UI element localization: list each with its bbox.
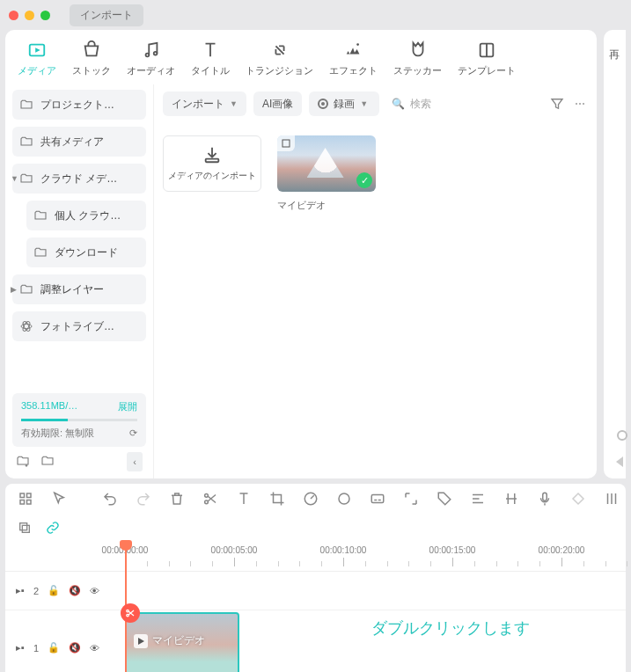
svg-rect-20 (371, 494, 384, 502)
mixer-icon[interactable] (604, 491, 620, 509)
sidebar-item-cloud[interactable]: ▼ クラウド メデ… (12, 164, 146, 194)
new-bin-icon[interactable] (40, 454, 55, 471)
track-row[interactable]: ▸▪ 2 🔓 🔇 👁 (5, 572, 626, 610)
tab-sticker[interactable]: ステッカー (386, 37, 449, 84)
import-menu-button[interactable]: インポート (70, 4, 143, 26)
caret-down-icon: ▼ (11, 174, 18, 183)
mute-icon[interactable]: 🔇 (69, 642, 81, 654)
tab-transition[interactable]: トランジション (238, 37, 320, 84)
sidebar-item-shared[interactable]: 共有メディア (12, 127, 146, 157)
sidebar-item-download[interactable]: ダウンロード (26, 237, 146, 267)
pointer-icon[interactable] (51, 491, 67, 509)
search-placeholder: 検索 (410, 97, 431, 112)
tab-label: オーディオ (127, 64, 175, 77)
svg-rect-12 (20, 493, 25, 498)
ruler-time-label: 00:00:10:00 (320, 545, 367, 555)
svg-point-3 (153, 52, 157, 55)
sidebar-item-label: フォトライブ… (40, 319, 139, 334)
svg-point-2 (145, 54, 149, 57)
tag-icon[interactable] (437, 491, 452, 509)
more-icon[interactable]: ⋯ (572, 96, 588, 112)
lock-icon[interactable]: 🔓 (48, 585, 60, 596)
expand-left-icon[interactable] (616, 457, 623, 467)
sidebar-item-label: クラウド メデ… (40, 172, 139, 186)
stock-icon (82, 40, 101, 60)
timeline-clip[interactable]: マイビデオ (125, 612, 239, 672)
maximize-window-icon[interactable] (40, 11, 50, 20)
minimize-window-icon[interactable] (25, 11, 34, 20)
sidebar-item-label: プロジェクト… (40, 98, 139, 113)
speed-icon[interactable] (303, 491, 319, 509)
sidebar-item-personal-cloud[interactable]: 個人 クラウ… (26, 201, 146, 230)
copy-track-icon[interactable] (18, 521, 32, 537)
lock-icon[interactable]: 🔓 (48, 642, 60, 654)
search-icon: 🔍 (392, 98, 405, 110)
circle-icon[interactable] (617, 430, 627, 441)
sidebar-item-label: 共有メディア (40, 135, 139, 150)
mute-icon[interactable]: 🔇 (69, 585, 81, 596)
tab-stock[interactable]: ストック (65, 37, 118, 84)
timeline-ruler[interactable]: 00:00:00:0000:00:05:0000:00:10:0000:00:1… (5, 542, 626, 572)
svg-rect-23 (22, 525, 29, 532)
delete-icon[interactable] (169, 491, 185, 509)
grid-icon[interactable] (18, 491, 33, 509)
import-dropdown-button[interactable]: インポート ▼ (163, 91, 246, 116)
track-row[interactable]: ▸▪ 1 🔓 🔇 👁 マイビデオ ダブルクリックします (5, 610, 626, 672)
visibility-icon[interactable]: 👁 (90, 643, 99, 654)
tab-label: トランジション (246, 64, 313, 77)
crop-icon[interactable] (269, 491, 285, 509)
video-track-icon: ▸▪ (16, 642, 25, 654)
split-handle-icon[interactable] (121, 603, 140, 623)
record-dropdown-button[interactable]: 録画 ▼ (309, 91, 379, 116)
voice-icon[interactable] (537, 491, 553, 509)
sidebar-item-adjustment[interactable]: ▶ 調整レイヤー (12, 274, 146, 304)
sidebar-item-photolib[interactable]: フォトライブ… (12, 311, 146, 341)
subtitle-icon[interactable] (370, 491, 385, 509)
tab-media[interactable]: メディア (11, 37, 63, 84)
svg-rect-14 (20, 500, 25, 504)
scissors-icon[interactable] (202, 491, 218, 509)
sidebar-item-project[interactable]: プロジェクト… (12, 90, 146, 120)
card-label: メディアのインポート (168, 170, 256, 182)
close-window-icon[interactable] (9, 11, 18, 20)
undo-icon[interactable] (102, 491, 118, 509)
ai-image-button[interactable]: AI画像 (253, 91, 302, 116)
keyframe-icon[interactable] (570, 491, 586, 509)
align-icon[interactable] (470, 491, 486, 509)
tab-template[interactable]: テンプレート (451, 37, 523, 84)
sidebar-footer: ‹ (12, 447, 146, 473)
search-input[interactable]: 🔍 検索 (386, 97, 542, 112)
tab-effect[interactable]: エフェクト (322, 37, 385, 84)
timeline-toolbar (5, 484, 626, 515)
preview-label: 再 (609, 47, 620, 62)
atom-icon (19, 319, 33, 333)
timeline-tracks: ▸▪ 2 🔓 🔇 👁 ▸▪ 1 🔓 🔇 👁 マ (5, 572, 626, 672)
chevron-down-icon: ▼ (230, 99, 238, 108)
filter-icon[interactable] (549, 96, 565, 112)
video-media-card[interactable]: ✓ マイビデオ (277, 135, 376, 212)
tab-audio[interactable]: オーディオ (120, 37, 182, 84)
media-grid: メディアのインポート ✓ マイビデオ (163, 116, 588, 212)
folder-icon (19, 98, 33, 112)
expand-icon[interactable] (403, 491, 419, 509)
sidebar-item-label: 調整レイヤー (40, 282, 139, 297)
refresh-icon[interactable]: ⟳ (129, 427, 137, 439)
tab-label: タイトル (191, 64, 230, 77)
tab-title[interactable]: タイトル (184, 37, 237, 84)
storage-expiry: 有効期限: 無制限 (21, 427, 94, 440)
new-folder-icon[interactable] (16, 454, 30, 471)
link-icon[interactable] (46, 521, 60, 537)
media-icon (27, 40, 47, 60)
bracket-icon[interactable] (503, 491, 519, 509)
ruler-time-label: 00:00:05:00 (211, 545, 258, 555)
window-controls (9, 11, 50, 20)
storage-expand-button[interactable]: 展開 (118, 400, 137, 413)
text-icon[interactable] (236, 491, 252, 509)
visibility-icon[interactable]: 👁 (90, 586, 99, 596)
button-label: 録画 (334, 97, 355, 112)
color-icon[interactable] (336, 491, 352, 509)
collapse-sidebar-button[interactable]: ‹ (127, 452, 143, 471)
ruler-time-label: 00:00:20:00 (539, 545, 585, 555)
redo-icon[interactable] (136, 491, 151, 509)
import-media-card[interactable]: メディアのインポート (163, 135, 261, 212)
